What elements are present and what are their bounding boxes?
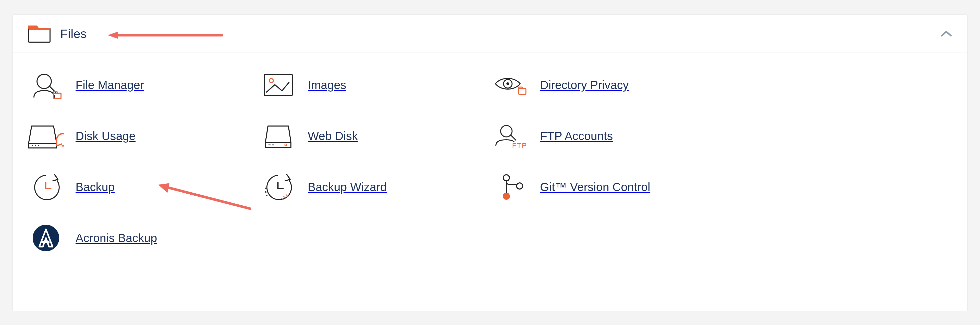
web-disk-icon <box>260 120 296 151</box>
empty-cell <box>260 219 487 257</box>
svg-point-34 <box>517 183 523 189</box>
disk-usage-label: Disk Usage <box>76 129 135 143</box>
backup-wizard-label: Backup Wizard <box>308 180 387 194</box>
ftp-accounts-icon: FTP <box>493 120 528 151</box>
images-label: Images <box>308 78 346 92</box>
svg-rect-6 <box>54 93 61 99</box>
svg-point-17 <box>285 144 287 146</box>
collapse-caret-icon[interactable] <box>941 30 952 37</box>
empty-cell <box>725 117 952 155</box>
svg-rect-11 <box>519 89 526 94</box>
svg-point-8 <box>269 79 273 82</box>
svg-rect-7 <box>264 75 292 95</box>
empty-cell <box>725 66 952 104</box>
files-grid: File Manager Images <box>28 66 952 257</box>
acronis-backup-link[interactable]: Acronis Backup <box>28 219 255 257</box>
svg-point-20 <box>501 125 512 137</box>
file-manager-icon <box>28 70 64 100</box>
file-manager-label: File Manager <box>76 78 144 92</box>
acronis-label: Acronis Backup <box>76 231 157 245</box>
acronis-icon <box>28 223 64 253</box>
web-disk-link[interactable]: Web Disk <box>260 117 487 155</box>
svg-marker-3 <box>108 32 118 39</box>
svg-point-32 <box>503 175 509 181</box>
empty-cell <box>725 168 952 206</box>
empty-cell <box>493 219 720 257</box>
svg-rect-0 <box>29 28 50 42</box>
svg-rect-1 <box>29 28 50 30</box>
files-panel-header[interactable]: Files <box>13 15 967 53</box>
directory-privacy-link[interactable]: Directory Privacy <box>493 66 720 104</box>
files-panel-body: File Manager Images <box>13 53 967 273</box>
folder-icon <box>28 25 51 43</box>
git-version-control-link[interactable]: Git™ Version Control <box>493 168 720 206</box>
backup-wizard-icon <box>260 172 296 202</box>
svg-marker-26 <box>158 183 169 193</box>
backup-link[interactable]: Backup <box>28 168 255 206</box>
ftp-accounts-label: FTP Accounts <box>540 129 613 143</box>
file-manager-link[interactable]: File Manager <box>28 66 255 104</box>
backup-wizard-link[interactable]: Backup Wizard <box>260 168 487 206</box>
disk-usage-icon <box>28 120 64 151</box>
images-icon <box>260 70 296 100</box>
svg-text:FTP: FTP <box>512 141 527 149</box>
annotation-arrow-backup <box>158 182 255 213</box>
backup-icon <box>28 172 64 202</box>
git-label: Git™ Version Control <box>540 180 650 194</box>
empty-cell <box>725 219 952 257</box>
panel-title: Files <box>60 27 87 41</box>
svg-point-33 <box>503 193 509 199</box>
svg-line-25 <box>167 187 250 209</box>
svg-point-4 <box>37 74 51 89</box>
disk-usage-link[interactable]: Disk Usage <box>28 117 255 155</box>
annotation-arrow-files <box>108 30 225 40</box>
svg-point-10 <box>506 82 509 85</box>
directory-privacy-icon <box>493 70 528 100</box>
svg-line-21 <box>511 135 516 140</box>
directory-privacy-label: Directory Privacy <box>540 78 629 92</box>
images-link[interactable]: Images <box>260 66 487 104</box>
panel-title-wrap: Files <box>28 25 87 43</box>
backup-label: Backup <box>76 180 115 194</box>
web-disk-label: Web Disk <box>308 129 358 143</box>
ftp-accounts-link[interactable]: FTP FTP Accounts <box>493 117 720 155</box>
files-panel: Files Fi <box>12 14 968 311</box>
git-icon <box>493 172 528 202</box>
